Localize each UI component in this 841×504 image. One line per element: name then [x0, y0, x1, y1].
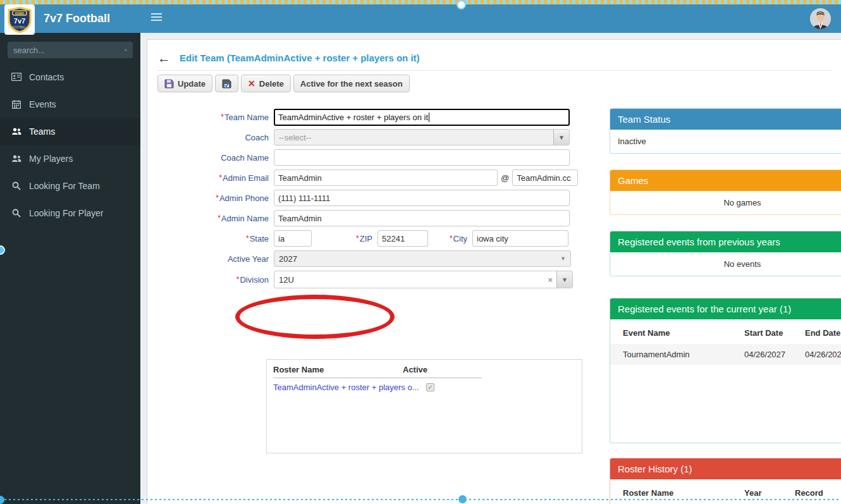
- admin-email-label: *Admin Email: [159, 173, 274, 183]
- save-close-button[interactable]: [215, 75, 238, 92]
- coach-label: Coach: [159, 133, 274, 142]
- team-logo: IOWA 7v7 FOOTBALL: [4, 4, 35, 35]
- admin-email-domain-input[interactable]: [512, 169, 578, 186]
- brand-title: 7v7 Football: [44, 12, 110, 25]
- roster-name-column-header: Roster Name: [273, 365, 403, 374]
- roster-history-panel: Roster History (1) Roster Name Year Reco…: [610, 458, 841, 504]
- games-empty-text: No games: [610, 191, 841, 214]
- admin-phone-label: *Admin Phone: [159, 194, 274, 203]
- sidebar-toggle-icon[interactable]: [151, 13, 162, 22]
- at-sign: @: [501, 173, 509, 183]
- sidebar-item-label: Contacts: [29, 72, 64, 82]
- start-date-cell: 04/26/2027: [744, 344, 805, 365]
- svg-text:IOWA: IOWA: [15, 11, 25, 15]
- zip-label: *ZIP: [312, 234, 378, 243]
- team-status-value: Inactive: [610, 130, 841, 153]
- end-date-column-header: End Date: [805, 319, 841, 344]
- coach-select-value: --select--: [274, 133, 553, 142]
- current-events-panel: Registered events for the current year (…: [610, 298, 841, 443]
- update-button[interactable]: Update: [157, 75, 212, 92]
- sidebar-item-looking-for-team[interactable]: Looking For Team: [0, 172, 140, 199]
- coach-name-input[interactable]: [274, 149, 570, 166]
- sidebar-item-label: Looking For Team: [29, 181, 100, 191]
- update-label: Update: [178, 79, 206, 89]
- current-events-header: Registered events for the current year (…: [610, 298, 841, 319]
- back-arrow-icon[interactable]: ←: [157, 51, 171, 65]
- event-row[interactable]: TournamentAdmin 04/26/2027 04/26/2027: [610, 344, 841, 365]
- sidebar-item-label: Events: [29, 99, 56, 109]
- admin-name-label: *Admin Name: [159, 214, 274, 223]
- selection-handle-bottom[interactable]: [458, 495, 467, 503]
- admin-phone-input[interactable]: [274, 190, 570, 206]
- year-column-header: Year: [744, 479, 795, 504]
- end-date-cell: 04/26/2027: [805, 344, 841, 365]
- team-status-header: Team Status: [610, 109, 841, 130]
- sidebar-item-contacts[interactable]: Contacts: [0, 63, 140, 90]
- games-panel: Games No games: [610, 169, 841, 215]
- event-name-cell: TournamentAdmin: [610, 344, 744, 365]
- admin-name-input[interactable]: [274, 210, 570, 226]
- chevron-down-icon: ▼: [556, 255, 570, 262]
- next-season-button[interactable]: Active for the next season: [293, 75, 410, 92]
- roster-panel: Roster Name Active TeamAdminActive + ros…: [266, 359, 582, 453]
- person-icon: [810, 8, 831, 29]
- roster-row: TeamAdminActive + roster + players o... …: [273, 383, 575, 392]
- sidebar-item-label: My Players: [29, 154, 73, 164]
- search-icon[interactable]: [125, 46, 127, 54]
- calendar-icon: [9, 100, 23, 109]
- previous-events-panel: Registered events from previous years No…: [610, 231, 841, 276]
- zip-input[interactable]: [378, 230, 428, 247]
- users-icon: [9, 154, 23, 163]
- coach-name-label: Coach Name: [159, 153, 274, 163]
- clear-icon[interactable]: ×: [544, 275, 556, 285]
- delete-label: Delete: [259, 79, 284, 89]
- record-column-header: Record: [795, 479, 841, 504]
- sidebar-search: [8, 42, 133, 58]
- svg-text:7v7: 7v7: [14, 17, 25, 25]
- search-input[interactable]: [13, 46, 125, 55]
- division-value: 12U: [274, 275, 544, 285]
- selection-border-bottom: [0, 499, 841, 500]
- save-icon: [164, 79, 174, 89]
- coach-select[interactable]: --select-- ▼: [274, 129, 570, 145]
- sidebar-item-events[interactable]: Events: [0, 90, 140, 118]
- selection-border-top: [0, 0, 841, 4]
- active-year-select[interactable]: 2027 ▼: [274, 250, 571, 267]
- search-icon: [9, 181, 23, 190]
- division-select[interactable]: 12U × ▼: [274, 271, 573, 288]
- selection-handle-top[interactable]: [457, 0, 466, 9]
- active-column-header: Active: [403, 365, 482, 374]
- roster-link[interactable]: TeamAdminActive + roster + players o...: [273, 383, 426, 392]
- users-icon: [9, 127, 23, 135]
- sidebar-item-looking-for-player[interactable]: Looking For Player: [0, 199, 140, 226]
- sidebar-item-teams[interactable]: Teams: [0, 118, 140, 145]
- state-input[interactable]: [274, 230, 312, 247]
- active-year-value: 2027: [274, 254, 556, 264]
- event-name-column-header: Event Name: [610, 319, 744, 344]
- sidebar: IOWA 7v7 FOOTBALL 7v7 Football Contacts: [0, 0, 140, 504]
- team-name-input[interactable]: TeamAdminActive + roster + players on it: [274, 109, 570, 126]
- city-label: *City: [428, 234, 472, 243]
- chevron-down-icon: ▼: [553, 130, 569, 145]
- state-label: *State: [159, 234, 274, 243]
- previous-events-header: Registered events from previous years: [610, 231, 841, 252]
- admin-email-user-input[interactable]: [274, 169, 498, 186]
- city-input[interactable]: [472, 230, 568, 247]
- brand-header: IOWA 7v7 FOOTBALL 7v7 Football: [0, 4, 140, 33]
- sidebar-menu: Contacts Events Teams My Players: [0, 63, 140, 226]
- search-icon: [9, 209, 23, 218]
- roster-name-column-header: Roster Name: [610, 479, 744, 504]
- active-checkbox[interactable]: ✓: [426, 383, 434, 391]
- sidebar-item-my-players[interactable]: My Players: [0, 145, 140, 172]
- user-avatar[interactable]: [810, 8, 831, 29]
- content-area: ← Edit Team (TeamAdminActive + roster + …: [147, 39, 841, 504]
- page-title: Edit Team (TeamAdminActive + roster + pl…: [180, 52, 420, 63]
- delete-button[interactable]: ✕ Delete: [241, 75, 291, 92]
- toolbar: Update ✕ Delete Active for the next seas…: [157, 75, 410, 92]
- games-header: Games: [610, 170, 841, 191]
- x-icon: ✕: [248, 78, 255, 89]
- division-label: *Division: [159, 275, 274, 285]
- shield-logo-icon: IOWA 7v7 FOOTBALL: [6, 6, 33, 33]
- team-status-panel: Team Status Inactive: [610, 108, 841, 154]
- top-navbar: [140, 4, 841, 33]
